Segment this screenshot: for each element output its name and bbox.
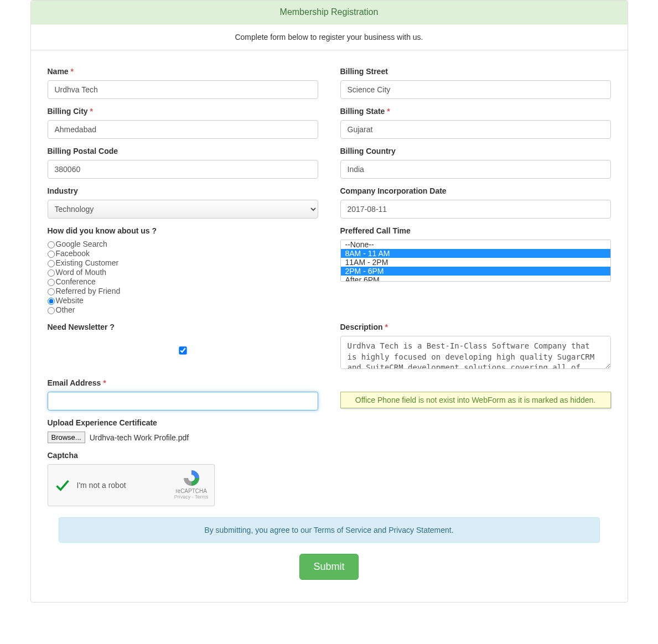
how-know-option[interactable]: Facebook <box>48 249 318 258</box>
billing-country-label: Billing Country <box>340 147 611 155</box>
panel-subheader: Complete form below to register your bus… <box>31 24 628 50</box>
billing-state-label: Billing State * <box>340 107 611 116</box>
billing-city-input[interactable] <box>48 120 318 139</box>
how-know-option[interactable]: Website <box>48 296 318 305</box>
submit-button[interactable]: Submit <box>299 554 358 580</box>
name-input[interactable] <box>48 80 318 99</box>
upload-label: Upload Experience Certificate <box>48 418 318 427</box>
name-label: Name * <box>48 67 318 76</box>
call-time-option[interactable]: After 6PM <box>341 276 610 282</box>
radio-input[interactable] <box>48 251 55 258</box>
billing-country-input[interactable] <box>340 160 611 179</box>
how-know-option[interactable]: Referred by Friend <box>48 287 318 295</box>
radio-input[interactable] <box>48 279 55 286</box>
billing-street-label: Billing Street <box>340 67 611 76</box>
call-time-option[interactable]: 8AM - 11 AM <box>341 249 610 258</box>
industry-label: Industry <box>48 186 318 195</box>
email-input[interactable] <box>48 392 318 411</box>
how-know-option[interactable]: Other <box>48 305 318 314</box>
incorp-date-input[interactable] <box>340 200 611 219</box>
industry-select[interactable]: Technology <box>48 200 318 219</box>
newsletter-checkbox[interactable] <box>179 346 186 354</box>
radio-input[interactable] <box>48 288 55 295</box>
how-know-option[interactable]: Conference <box>48 277 318 286</box>
registration-panel: Membership Registration Complete form be… <box>30 0 628 603</box>
radio-input[interactable] <box>48 307 55 314</box>
radio-input[interactable] <box>48 298 55 305</box>
billing-postal-label: Billing Postal Code <box>48 147 318 155</box>
radio-input[interactable] <box>48 260 55 267</box>
recaptcha-logo-icon <box>183 469 200 487</box>
agreement-notice: By submitting, you agree to our Terms of… <box>59 517 600 543</box>
call-time-option[interactable]: 2PM - 6PM <box>341 267 610 276</box>
email-label: Email Address * <box>48 378 318 387</box>
call-time-multiselect[interactable]: --None--8AM - 11 AM11AM - 2PM2PM - 6PMAf… <box>340 240 611 282</box>
form-body: Name * Billing Street Billing City * Bil… <box>31 50 628 602</box>
browse-button[interactable]: Browse... <box>48 432 85 443</box>
how-know-radio-group: Google SearchFacebookExisting CustomerWo… <box>48 240 318 314</box>
panel-header: Membership Registration <box>31 1 628 24</box>
call-time-option[interactable]: 11AM - 2PM <box>341 258 610 267</box>
newsletter-label: Need Newsletter ? <box>48 323 318 331</box>
call-time-label: Preffered Call Time <box>340 226 611 235</box>
billing-state-input[interactable] <box>340 120 611 139</box>
recaptcha-text: I'm not a robot <box>77 481 126 490</box>
captcha-label: Captcha <box>48 451 318 460</box>
hidden-field-notice: Office Phone field is not exist into Web… <box>340 392 611 408</box>
incorp-date-label: Company Incorporation Date <box>340 186 611 195</box>
how-know-option[interactable]: Word of Mouth <box>48 268 318 277</box>
description-textarea[interactable] <box>340 336 611 369</box>
how-know-label: How did you know about us ? <box>48 226 318 235</box>
checkmark-icon <box>55 477 70 493</box>
billing-city-label: Billing City * <box>48 107 318 116</box>
recaptcha-widget[interactable]: I'm not a robot reCAPTCHA Privacy - Term… <box>48 464 215 506</box>
uploaded-filename: Urdhva-tech Work Profile.pdf <box>90 433 189 442</box>
radio-input[interactable] <box>48 241 55 248</box>
billing-postal-input[interactable] <box>48 160 318 179</box>
radio-input[interactable] <box>48 269 55 277</box>
call-time-option[interactable]: --None-- <box>341 240 610 249</box>
how-know-option[interactable]: Existing Customer <box>48 258 318 267</box>
how-know-option[interactable]: Google Search <box>48 240 318 248</box>
billing-street-input[interactable] <box>340 80 611 99</box>
recaptcha-badge: reCAPTCHA Privacy - Terms <box>174 469 209 500</box>
description-label: Description * <box>340 323 611 331</box>
